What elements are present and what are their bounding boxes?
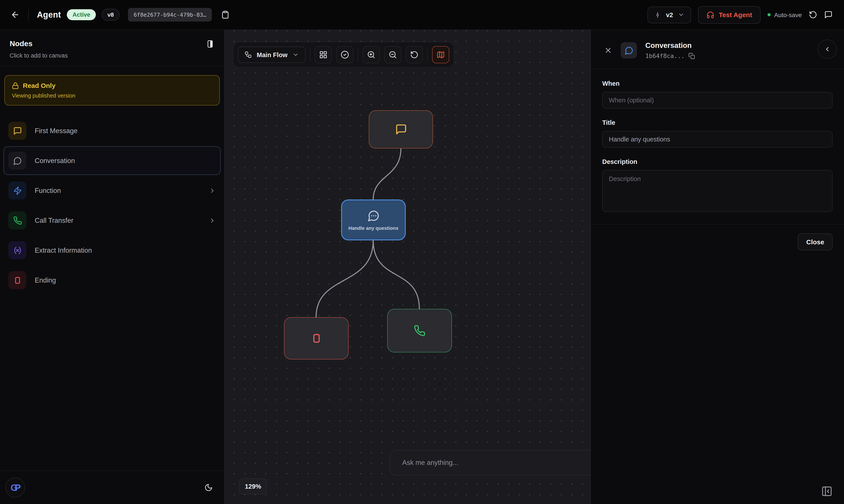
- zap-icon: [8, 181, 27, 199]
- back-button[interactable]: [11, 10, 20, 19]
- auto-layout-button[interactable]: [315, 46, 332, 63]
- sidebar-item-call-transfer[interactable]: Call Transfer: [3, 206, 221, 235]
- node-id: 1b64f8ca...: [645, 52, 685, 59]
- version-selector[interactable]: v2: [648, 6, 691, 23]
- zoom-in-icon: [367, 51, 375, 59]
- sidebar-item-label: First Message: [35, 127, 77, 135]
- copy-id-button[interactable]: [221, 11, 230, 19]
- zoom-in-button[interactable]: [363, 46, 380, 63]
- edge-first-to-conversation: [373, 148, 401, 199]
- inspector-footer: Close: [591, 224, 844, 259]
- inspector-header: Conversation 1b64f8ca...: [591, 30, 844, 69]
- sidebar-item-label: Call Transfer: [35, 216, 73, 224]
- theme-toggle-button[interactable]: [205, 483, 213, 492]
- close-icon: [604, 46, 612, 54]
- ask-ai-input[interactable]: [389, 450, 591, 475]
- title-field-group: Title: [602, 119, 832, 148]
- flow-node-conversation[interactable]: Handle any questions: [341, 199, 406, 240]
- sidebar-item-extract-information[interactable]: Extract Information: [3, 236, 221, 265]
- close-panel-button[interactable]: [604, 46, 612, 54]
- inspector-form: When Title Description: [591, 69, 844, 224]
- sidebar-item-conversation[interactable]: Conversation: [3, 146, 221, 175]
- reset-view-button[interactable]: [406, 46, 423, 63]
- flow-node-ending[interactable]: [284, 317, 349, 359]
- app: Agent Active v8 6f8e2677-b94c-479b-83… v…: [0, 0, 844, 504]
- test-agent-button[interactable]: Test Agent: [698, 6, 760, 23]
- sidebar-item-label: Conversation: [35, 157, 75, 165]
- sidebar-collapse-button[interactable]: [206, 39, 214, 48]
- readonly-banner: Read Only Viewing published version: [4, 75, 220, 106]
- node-inspector-panel: Conversation 1b64f8ca...: [591, 30, 844, 504]
- flow-node-call-transfer[interactable]: [387, 309, 452, 353]
- logo-monogram: GP: [10, 482, 20, 492]
- sidebar-item-function[interactable]: Function: [3, 176, 221, 205]
- divider: [310, 48, 310, 61]
- chevron-right-icon: [209, 187, 216, 194]
- copy-node-id-button[interactable]: [689, 53, 695, 59]
- rotate-ccw-icon: [410, 51, 419, 59]
- panel-left-close-icon: [821, 486, 832, 497]
- autosave-status: Auto-save: [768, 11, 802, 18]
- nodes-sidebar: Nodes Click to add to canvas Read Only V…: [0, 30, 224, 504]
- history-button[interactable]: [809, 11, 817, 19]
- brand-logo[interactable]: GP: [5, 478, 25, 498]
- description-field-group: Description: [602, 158, 832, 214]
- feedback-button[interactable]: [824, 11, 832, 19]
- map-icon: [437, 51, 445, 59]
- node-palette: First Message Conversation Function: [0, 116, 224, 295]
- title-label: Title: [602, 119, 832, 126]
- divider: [427, 48, 428, 61]
- sidebar-item-first-message[interactable]: First Message: [3, 116, 221, 145]
- readonly-title: Read Only: [23, 82, 55, 89]
- headphones-icon: [706, 11, 714, 19]
- flow-canvas[interactable]: Main Flow: [224, 30, 591, 504]
- collapse-panel-button[interactable]: [817, 39, 837, 59]
- flow-selector-value: Main Flow: [257, 51, 287, 58]
- autosave-label: Auto-save: [774, 11, 802, 18]
- sidebar-item-ending[interactable]: Ending: [3, 266, 221, 294]
- phone-icon: [8, 211, 27, 229]
- square-icon: [8, 271, 27, 289]
- clipboard-icon: [221, 11, 230, 19]
- validate-flow-button[interactable]: [336, 46, 353, 63]
- readonly-subtitle: Viewing published version: [12, 93, 212, 99]
- when-field-group: When: [602, 80, 832, 109]
- when-label: When: [602, 80, 832, 87]
- lock-icon: [12, 82, 19, 89]
- test-agent-label: Test Agent: [719, 11, 752, 18]
- canvas-toolbar: Main Flow: [233, 42, 454, 68]
- description-label: Description: [602, 158, 832, 165]
- sidebar-item-label: Function: [35, 186, 61, 195]
- zoom-out-icon: [389, 51, 397, 59]
- variable-icon: [8, 241, 27, 259]
- message-square-icon: [8, 122, 27, 140]
- panel-right-icon: [206, 39, 214, 48]
- flow-node-label: Handle any questions: [348, 225, 398, 231]
- minimap-toggle-button[interactable]: [432, 46, 449, 63]
- edge-conversation-to-ending: [316, 240, 373, 317]
- chevron-down-icon: [292, 51, 299, 58]
- message-square-icon: [395, 124, 407, 135]
- chevron-down-icon: [678, 12, 684, 18]
- rotate-ccw-icon: [809, 11, 817, 19]
- chevron-left-icon: [824, 46, 831, 53]
- message-circle-icon: [8, 151, 27, 169]
- zoom-out-button[interactable]: [384, 46, 401, 63]
- title-input[interactable]: [602, 131, 832, 148]
- panel-collapse-button[interactable]: [821, 486, 832, 497]
- flow-selector[interactable]: Main Flow: [238, 47, 305, 63]
- circle-check-icon: [341, 51, 349, 59]
- close-button[interactable]: Close: [798, 233, 832, 250]
- agent-id-field[interactable]: 6f8e2677-b94c-479b-83…: [128, 8, 212, 21]
- page-title: Agent: [37, 10, 61, 20]
- copy-icon: [689, 53, 695, 59]
- moon-icon: [205, 483, 213, 492]
- chevron-right-icon: [209, 217, 216, 224]
- flow-node-first-message[interactable]: [369, 110, 433, 148]
- when-input[interactable]: [602, 92, 832, 109]
- sidebar-footer: GP: [0, 471, 224, 504]
- git-commit-icon: [654, 11, 661, 18]
- message-square-icon: [824, 11, 832, 19]
- description-input[interactable]: [602, 170, 832, 212]
- message-circle-icon: [621, 42, 637, 58]
